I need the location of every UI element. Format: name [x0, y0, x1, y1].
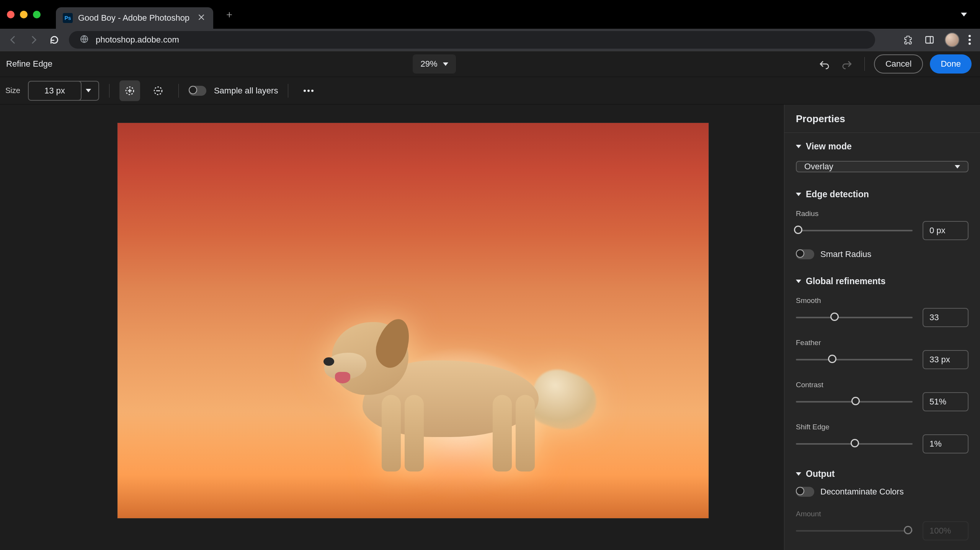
divider — [864, 57, 865, 71]
browser-tab[interactable]: Ps Good Boy - Adobe Photoshop — [56, 7, 213, 29]
window-close-icon[interactable] — [7, 11, 15, 18]
tabs-chevron-icon[interactable] — [961, 13, 967, 16]
address-bar[interactable]: photoshop.adobe.com — [69, 31, 875, 49]
side-panel-icon[interactable] — [923, 34, 936, 46]
section-output[interactable]: Output — [784, 460, 980, 485]
done-button[interactable]: Done — [930, 54, 972, 74]
properties-panel: Properties View mode Overlay Edge detect… — [784, 105, 980, 550]
brush-add-button[interactable] — [119, 80, 140, 101]
radius-input[interactable]: 0 px — [923, 221, 969, 240]
svg-point-6 — [307, 90, 310, 92]
divider — [288, 84, 288, 98]
tab-title: Good Boy - Adobe Photoshop — [78, 13, 189, 23]
smart-radius-label: Smart Radius — [820, 249, 871, 259]
reload-icon[interactable] — [48, 34, 60, 46]
properties-title: Properties — [784, 105, 980, 133]
amount-slider — [796, 530, 913, 532]
decontaminate-colors-toggle[interactable] — [796, 487, 814, 497]
section-edge-detection[interactable]: Edge detection — [784, 181, 980, 205]
shift-edge-input[interactable]: 1% — [923, 434, 969, 453]
size-dropdown[interactable] — [78, 81, 99, 101]
close-tab-icon[interactable] — [198, 14, 205, 22]
section-label: Global refinements — [806, 276, 885, 286]
smooth-label: Smooth — [784, 292, 980, 307]
radius-label: Radius — [784, 205, 980, 220]
forward-icon[interactable] — [28, 34, 40, 46]
browser-menu-icon[interactable] — [969, 35, 971, 45]
feather-slider[interactable] — [796, 359, 913, 360]
output-as-label: Output as — [784, 547, 980, 550]
section-label: View mode — [806, 141, 852, 152]
contrast-slider[interactable] — [796, 401, 913, 403]
svg-point-7 — [311, 90, 314, 92]
more-options-button[interactable] — [298, 80, 319, 101]
amount-input: 100% — [923, 521, 969, 540]
view-mode-value: Overlay — [804, 162, 833, 172]
smooth-input[interactable]: 33 — [923, 308, 969, 327]
feather-label: Feather — [784, 334, 980, 349]
mode-label: Refine Edge — [6, 59, 52, 69]
new-tab-button[interactable]: ＋ — [222, 7, 237, 22]
contrast-label: Contrast — [784, 376, 980, 391]
smart-radius-toggle[interactable] — [796, 249, 814, 259]
extensions-icon[interactable] — [902, 34, 914, 46]
divider — [109, 84, 109, 98]
size-input[interactable]: 13 px — [28, 81, 82, 101]
section-label: Edge detection — [806, 189, 869, 200]
radius-slider[interactable] — [796, 230, 913, 231]
chevron-down-icon — [796, 472, 801, 476]
sample-all-layers-toggle[interactable] — [189, 86, 206, 96]
window-zoom-icon[interactable] — [33, 11, 41, 18]
window-minimize-icon[interactable] — [20, 11, 28, 18]
canvas[interactable] — [0, 105, 784, 550]
section-global-refinements[interactable]: Global refinements — [784, 268, 980, 292]
favicon-icon: Ps — [63, 13, 73, 23]
zoom-dropdown[interactable]: 29% — [413, 54, 456, 74]
contrast-input[interactable]: 51% — [923, 392, 969, 411]
url-text: photoshop.adobe.com — [96, 35, 179, 45]
profile-avatar[interactable] — [945, 33, 959, 47]
site-info-icon[interactable] — [80, 34, 89, 45]
chevron-down-icon — [796, 193, 801, 196]
dog-illustration — [332, 295, 577, 475]
undo-button[interactable] — [816, 56, 832, 72]
brush-subtract-button[interactable] — [148, 80, 168, 101]
divider — [178, 84, 179, 98]
section-view-mode[interactable]: View mode — [784, 133, 980, 157]
chevron-down-icon — [86, 89, 91, 92]
shift-edge-label: Shift Edge — [784, 418, 980, 434]
chevron-down-icon — [955, 165, 960, 169]
shift-edge-slider[interactable] — [796, 443, 913, 445]
sample-all-layers-label: Sample all layers — [214, 86, 278, 96]
redo-button[interactable] — [839, 56, 855, 72]
canvas-image — [117, 123, 709, 519]
view-mode-dropdown[interactable]: Overlay — [796, 161, 969, 172]
amount-label: Amount — [784, 505, 980, 521]
size-label: Size — [5, 86, 20, 95]
svg-point-5 — [304, 90, 306, 92]
back-icon[interactable] — [7, 34, 19, 46]
feather-input[interactable]: 33 px — [923, 350, 969, 369]
chevron-down-icon — [796, 280, 801, 283]
cancel-button[interactable]: Cancel — [874, 54, 923, 74]
svg-rect-1 — [926, 36, 933, 43]
section-label: Output — [806, 469, 835, 479]
chevron-down-icon — [443, 62, 448, 66]
chevron-down-icon — [796, 145, 801, 148]
zoom-value: 29% — [420, 59, 437, 69]
smooth-slider[interactable] — [796, 317, 913, 318]
decontaminate-colors-label: Decontaminate Colors — [820, 487, 904, 497]
